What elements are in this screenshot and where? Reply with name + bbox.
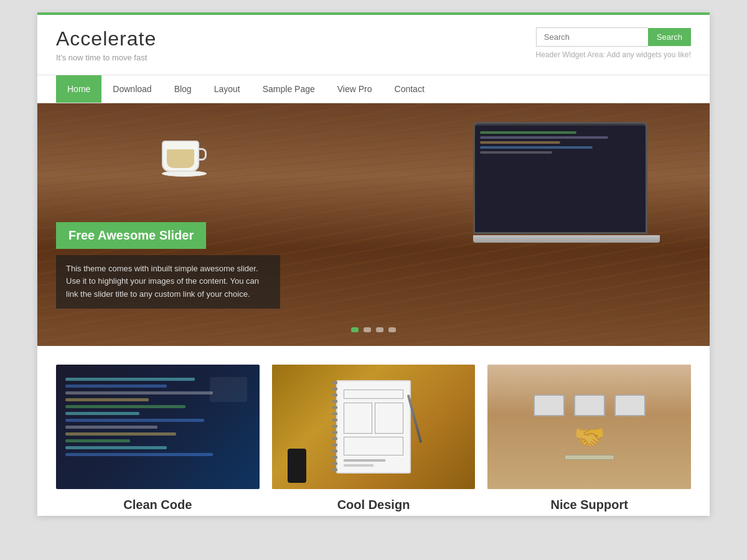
notebook <box>336 380 411 474</box>
dot-4[interactable] <box>388 327 396 332</box>
design-image <box>272 365 476 489</box>
laptops-row <box>533 394 646 416</box>
search-input[interactable] <box>536 27 648 47</box>
cup-handle <box>198 148 207 161</box>
code-line-11 <box>65 446 167 449</box>
search-bar: Search <box>536 27 691 47</box>
slider-description: This theme comes with inbuilt simple awe… <box>56 255 280 309</box>
ruler <box>565 455 614 460</box>
code-line-2 <box>65 385 167 388</box>
laptop-base <box>473 235 660 243</box>
site-tagline: It's now time to move fast <box>56 53 156 62</box>
laptop-1 <box>533 394 565 416</box>
nav-link-contact[interactable]: Contact <box>383 75 436 103</box>
code-line-8 <box>65 426 157 429</box>
code-line-5 <box>65 405 186 408</box>
nav-link-layout[interactable]: Layout <box>203 75 251 103</box>
team-image: 🤝 <box>487 365 691 489</box>
nav-link-blog[interactable]: Blog <box>163 75 203 103</box>
slider-title: Free Awesome Slider <box>56 222 206 249</box>
dot-1[interactable] <box>351 327 359 332</box>
feature-card-cool-design: Cool Design <box>272 365 476 516</box>
tea-cup <box>162 141 212 190</box>
wf-cols <box>344 403 403 434</box>
feature-title-cool-design: Cool Design <box>272 498 476 512</box>
cup-liquid <box>167 149 194 168</box>
laptop-screen <box>473 122 647 234</box>
feature-card-clean-code: Clean Code <box>56 365 260 516</box>
slider-laptop <box>473 122 672 259</box>
feature-card-nice-support: 🤝 Nice Support <box>487 365 691 516</box>
nav-item-sample-page[interactable]: Sample Page <box>251 75 326 103</box>
header-widget-area: Header Widget Area: Add any widgets you … <box>536 50 691 59</box>
laptop-hint <box>210 377 247 402</box>
code-line-4 <box>65 398 149 401</box>
wf-line-2 <box>344 464 374 467</box>
nav-link-download[interactable]: Download <box>101 75 162 103</box>
hero-slider: Free Awesome Slider This theme comes wit… <box>37 103 710 346</box>
feature-image-nice-support: 🤝 <box>487 365 691 489</box>
dot-3[interactable] <box>376 327 383 332</box>
site-header: Accelerate It's now time to move fast Se… <box>37 15 710 75</box>
main-nav: Home Download Blog Layout Sample Page Vi… <box>37 75 710 103</box>
nav-link-sample-page[interactable]: Sample Page <box>251 75 326 103</box>
cup-body <box>162 141 199 172</box>
nav-item-view-pro[interactable]: View Pro <box>326 75 383 103</box>
code-line-10 <box>65 439 130 442</box>
nav-item-home[interactable]: Home <box>56 75 101 103</box>
code-line-7 <box>65 419 204 422</box>
wf-col-1 <box>344 403 372 434</box>
nav-item-download[interactable]: Download <box>101 75 162 103</box>
nav-list: Home Download Blog Layout Sample Page Vi… <box>56 75 691 103</box>
feature-image-cool-design <box>272 365 476 489</box>
nav-item-layout[interactable]: Layout <box>203 75 251 103</box>
feature-title-nice-support: Nice Support <box>487 498 691 512</box>
team-content: 🤝 <box>487 365 691 489</box>
slider-dots <box>351 327 396 332</box>
code-line-3 <box>65 391 213 394</box>
laptop-3 <box>614 394 646 416</box>
code-image <box>56 365 260 489</box>
nav-item-contact[interactable]: Contact <box>383 75 436 103</box>
laptop-2 <box>574 394 605 416</box>
site-branding: Accelerate It's now time to move fast <box>56 27 156 62</box>
page-wrapper: Accelerate It's now time to move fast Se… <box>37 12 710 516</box>
site-title: Accelerate <box>56 27 156 50</box>
wf-col-2 <box>375 403 403 434</box>
code-line-12 <box>65 453 213 456</box>
code-line-6 <box>65 412 139 415</box>
nav-link-home[interactable]: Home <box>56 75 101 103</box>
screen-content <box>475 124 646 232</box>
nav-link-view-pro[interactable]: View Pro <box>326 75 383 103</box>
slider-caption: Free Awesome Slider This theme comes wit… <box>56 222 280 309</box>
spiral <box>332 381 337 472</box>
search-button[interactable]: Search <box>648 28 691 46</box>
hands-icon: 🤝 <box>574 422 605 452</box>
feature-title-clean-code: Clean Code <box>56 498 260 512</box>
feature-grid: Clean Code <box>37 346 710 516</box>
code-line-1 <box>65 378 195 381</box>
dot-2[interactable] <box>364 327 371 332</box>
header-right: Search Header Widget Area: Add any widge… <box>536 27 691 59</box>
feature-image-clean-code <box>56 365 260 489</box>
wf-header <box>344 390 403 399</box>
code-line-9 <box>65 432 176 436</box>
wf-content <box>344 437 403 455</box>
nav-item-blog[interactable]: Blog <box>163 75 203 103</box>
wf-line <box>344 459 385 462</box>
phone <box>288 449 306 483</box>
